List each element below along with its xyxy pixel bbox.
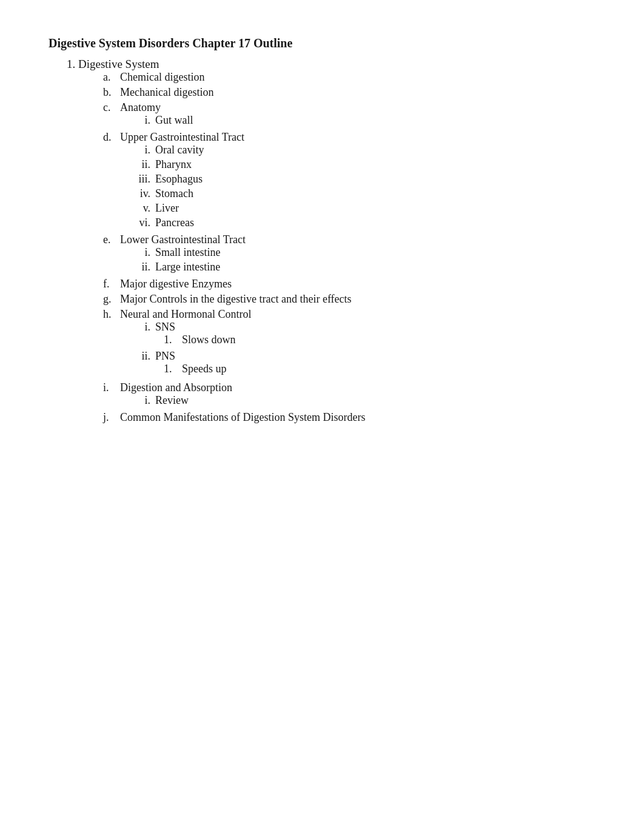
level2-label: i. [103,381,120,394]
list-item: g. Major Controls in the digestive tract… [103,293,595,306]
level3-label: i. [133,321,155,334]
list-item: e. Lower Gastrointestinal Tract i. Small… [103,233,595,275]
list-item: j. Common Manifestations of Digestion Sy… [103,411,595,424]
list-item: i. Small intestine [133,246,221,259]
level2-text: Neural and Hormonal Control [120,308,251,321]
level3-label: i. [133,144,155,156]
level3-list: i. Oral cavity ii. Pharynx iii. Esophagu… [133,144,204,231]
level2-label: g. [103,293,120,306]
level2-list: a. Chemical digestion b. Mechanical dige… [103,71,595,424]
level3-label: i. [133,114,155,127]
level3-text: Review [155,394,189,407]
level3-text: Esophagus [155,173,204,186]
level3-label: ii. [133,261,155,273]
level2-text: Upper Gastrointestinal Tract [120,131,244,144]
outline: 1. Digestive System a. Chemical digestio… [67,58,595,424]
level1-label: 1. Digestive System [67,58,159,70]
list-item: b. Mechanical digestion [103,86,595,99]
document-title: Digestive System Disorders Chapter 17 Ou… [49,36,595,50]
level4-list: 1. Speeds up [164,363,227,377]
list-item: a. Chemical digestion [103,71,595,84]
level2-label: j. [103,411,120,424]
level2-text: Anatomy [120,101,161,114]
list-item: c. Anatomy i. Gut wall [103,101,595,129]
level4-text: Slows down [182,334,236,346]
level3-label: v. [133,202,155,215]
level2-text: Lower Gastrointestinal Tract [120,233,246,246]
level4-label: 1. [164,363,182,375]
level2-text: Major Controls in the digestive tract an… [120,293,595,306]
level3-text: SNS [155,321,175,334]
level3-label: ii. [133,158,155,171]
level3-text: Large intestine [155,261,221,273]
level3-label: iv. [133,187,155,200]
level2-label: c. [103,101,120,114]
list-item: i. Digestion and Absorption i. Review [103,381,595,409]
level1-item: 1. Digestive System a. Chemical digestio… [67,58,595,424]
level4-label: 1. [164,334,182,346]
level3-label: ii. [133,350,155,363]
list-item: d. Upper Gastrointestinal Tract i. Oral … [103,131,595,231]
level2-label: b. [103,86,120,99]
level2-label: e. [103,233,120,246]
level3-label: i. [133,246,155,259]
level3-list: i. Review [133,394,189,409]
level3-list: i. Gut wall [133,114,193,129]
document-container: Digestive System Disorders Chapter 17 Ou… [49,36,595,424]
level3-text: Liver [155,202,204,215]
list-item: iv. Stomach [133,187,204,200]
level4-list: 1. Slows down [164,334,236,348]
list-item: ii. Large intestine [133,261,221,273]
level3-label: vi. [133,216,155,229]
list-item: h. Neural and Hormonal Control i. SNS [103,308,595,379]
level3-list: i. SNS 1. Slows down [133,321,236,379]
list-item: i. Oral cavity [133,144,204,156]
level2-text: Major digestive Enzymes [120,278,595,290]
level2-text: Digestion and Absorption [120,381,232,394]
level3-text: PNS [155,350,175,363]
list-item: v. Liver [133,202,204,215]
level3-text: Pharynx [155,158,204,171]
level2-label: d. [103,131,120,144]
list-item: 1. Speeds up [164,363,227,375]
list-item: ii. Pharynx [133,158,204,171]
level3-text: Small intestine [155,246,221,259]
level3-text: Pancreas [155,216,204,229]
level2-label: a. [103,71,120,84]
level3-text: Oral cavity [155,144,204,156]
level3-label: iii. [133,173,155,186]
level3-text: Stomach [155,187,204,200]
level2-text: Chemical digestion [120,71,595,84]
list-item: i. Gut wall [133,114,193,127]
list-item: ii. PNS 1. Speeds up [133,350,236,377]
level2-text: Mechanical digestion [120,86,595,99]
level3-text: Gut wall [155,114,193,127]
list-item: iii. Esophagus [133,173,204,186]
level2-label: f. [103,278,120,290]
level4-text: Speeds up [182,363,227,375]
level2-text: Common Manifestations of Digestion Syste… [120,411,595,424]
level3-list: i. Small intestine ii. Large intestine [133,246,221,275]
level2-label: h. [103,308,120,321]
level3-label: i. [133,394,155,407]
list-item: i. SNS 1. Slows down [133,321,236,348]
list-item: f. Major digestive Enzymes [103,278,595,290]
list-item: i. Review [133,394,189,407]
list-item: vi. Pancreas [133,216,204,229]
list-item: 1. Slows down [164,334,236,346]
